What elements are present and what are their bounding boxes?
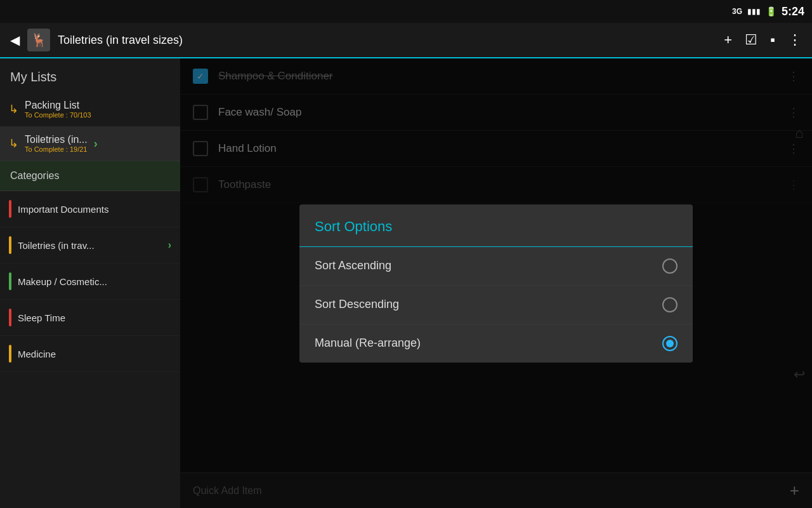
toiletries-arrow-icon: ↳ <box>9 137 18 150</box>
category-color-bar <box>9 345 11 363</box>
sort-option-manual[interactable]: Manual (Re-arrange) <box>299 324 693 363</box>
square-button[interactable]: ▪ <box>770 32 775 48</box>
category-item-important-docs[interactable]: Important Documents <box>0 191 180 227</box>
toolbar-actions: + ☑ ▪ ⋮ <box>724 32 802 48</box>
sidebar: My Lists ↳ Packing List To Complete : 70… <box>0 58 180 508</box>
category-name: Medicine <box>18 349 171 359</box>
sort-descending-radio[interactable] <box>662 297 678 312</box>
signal-icon: 3G <box>732 7 742 16</box>
packing-list-info: Packing List To Complete : 70/103 <box>25 100 91 119</box>
category-item-medicine[interactable]: Medicine <box>0 336 180 372</box>
toiletries-info: Toiletries (in... To Complete : 19/21 <box>25 134 88 153</box>
toiletries-name: Toiletries (in... <box>25 134 88 145</box>
app-icon: 🦌 <box>27 29 50 51</box>
toolbar-title: Toiletries (in travel sizes) <box>58 34 716 47</box>
more-options-button[interactable]: ⋮ <box>788 32 802 48</box>
sort-ascending-radio[interactable] <box>662 258 678 274</box>
category-name: Sleep Time <box>18 312 171 323</box>
category-name: Important Documents <box>18 204 171 215</box>
categories-header: Categories <box>0 161 180 191</box>
category-color-bar <box>9 309 11 326</box>
sidebar-item-toiletries[interactable]: ↳ Toiletries (in... To Complete : 19/21 … <box>0 126 180 161</box>
dialog-overlay: Sort Options Sort Ascending Sort Descend… <box>180 58 812 508</box>
category-item-sleep-time[interactable]: Sleep Time <box>0 300 180 336</box>
network-bars-icon: ▮▮▮ <box>747 7 761 16</box>
category-item-makeup[interactable]: Makeup / Cosmetic... <box>0 264 180 300</box>
sort-dialog-title: Sort Options <box>299 204 693 247</box>
sort-ascending-label: Sort Ascending <box>315 259 391 272</box>
sort-manual-radio[interactable] <box>662 336 678 351</box>
toiletries-chevron-icon: › <box>94 137 98 150</box>
sort-dialog: Sort Options Sort Ascending Sort Descend… <box>299 204 693 363</box>
category-chevron-icon: › <box>168 239 171 251</box>
content-area: Shampoo & Conditioner ⋮ Face wash/ Soap … <box>180 58 812 508</box>
toiletries-sub: To Complete : 19/21 <box>25 145 88 153</box>
sort-manual-label: Manual (Re-arrange) <box>315 337 421 350</box>
packing-list-name: Packing List <box>25 100 91 111</box>
back-button[interactable]: ◀ <box>10 32 20 48</box>
sidebar-item-packing-list[interactable]: ↳ Packing List To Complete : 70/103 <box>0 92 180 126</box>
category-name: Toiletries (in trav... <box>18 240 162 251</box>
my-lists-header: My Lists <box>0 58 180 92</box>
sort-option-ascending[interactable]: Sort Ascending <box>299 247 693 286</box>
add-item-button[interactable]: + <box>724 32 732 48</box>
status-bar: 3G ▮▮▮ 🔋 5:24 <box>0 0 812 23</box>
category-item-toiletries-trav[interactable]: Toiletries (in trav... › <box>0 227 180 264</box>
check-button[interactable]: ☑ <box>745 32 757 48</box>
toolbar: ◀ 🦌 Toiletries (in travel sizes) + ☑ ▪ ⋮ <box>0 23 812 58</box>
category-color-bar <box>9 236 11 254</box>
clock: 5:24 <box>782 5 804 18</box>
category-name: Makeup / Cosmetic... <box>18 276 171 287</box>
category-color-bar <box>9 272 11 290</box>
category-color-bar <box>9 200 11 218</box>
packing-list-sub: To Complete : 70/103 <box>25 111 91 119</box>
sort-descending-label: Sort Descending <box>315 298 399 311</box>
battery-icon: 🔋 <box>766 6 776 17</box>
sort-option-descending[interactable]: Sort Descending <box>299 286 693 324</box>
packing-list-arrow-icon: ↳ <box>9 102 18 116</box>
main-layout: My Lists ↳ Packing List To Complete : 70… <box>0 58 812 508</box>
